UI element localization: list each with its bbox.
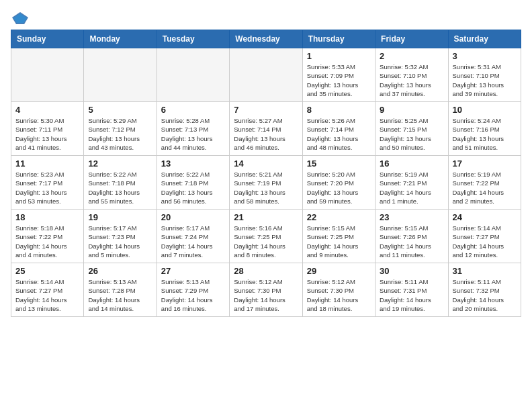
day-number: 8 — [307, 105, 371, 115]
day-number: 30 — [380, 266, 443, 276]
calendar-week-4: 18Sunrise: 5:18 AM Sunset: 7:22 PM Dayli… — [11, 210, 521, 263]
day-info: Sunrise: 5:26 AM Sunset: 7:14 PM Dayligh… — [307, 116, 371, 152]
day-number: 29 — [307, 266, 371, 276]
day-info: Sunrise: 5:29 AM Sunset: 7:12 PM Dayligh… — [88, 116, 152, 152]
day-info: Sunrise: 5:30 AM Sunset: 7:11 PM Dayligh… — [15, 116, 79, 152]
calendar-day-cell: 23Sunrise: 5:15 AM Sunset: 7:26 PM Dayli… — [375, 210, 448, 263]
calendar-header-friday: Friday — [375, 30, 448, 48]
calendar-day-cell: 9Sunrise: 5:25 AM Sunset: 7:15 PM Daylig… — [375, 102, 448, 156]
day-number: 20 — [161, 212, 225, 222]
calendar-header-sunday: Sunday — [11, 30, 84, 48]
calendar-day-cell: 25Sunrise: 5:14 AM Sunset: 7:27 PM Dayli… — [11, 263, 84, 317]
day-number: 26 — [88, 266, 152, 276]
logo-icon — [11, 11, 30, 26]
calendar-day-cell: 17Sunrise: 5:19 AM Sunset: 7:22 PM Dayli… — [448, 156, 521, 210]
calendar-week-3: 11Sunrise: 5:23 AM Sunset: 7:17 PM Dayli… — [11, 156, 521, 210]
day-number: 31 — [453, 266, 517, 276]
calendar-day-cell: 20Sunrise: 5:17 AM Sunset: 7:24 PM Dayli… — [157, 210, 229, 263]
logo — [11, 11, 32, 26]
day-number: 11 — [15, 158, 79, 169]
day-number: 7 — [234, 105, 298, 115]
day-info: Sunrise: 5:18 AM Sunset: 7:22 PM Dayligh… — [15, 224, 79, 259]
calendar-day-cell — [157, 48, 229, 102]
calendar-header-saturday: Saturday — [448, 30, 521, 48]
calendar-header-wednesday: Wednesday — [230, 30, 302, 48]
day-info: Sunrise: 5:22 AM Sunset: 7:18 PM Dayligh… — [161, 170, 225, 205]
calendar-day-cell: 24Sunrise: 5:14 AM Sunset: 7:27 PM Dayli… — [448, 210, 521, 263]
day-info: Sunrise: 5:31 AM Sunset: 7:10 PM Dayligh… — [453, 62, 517, 98]
day-info: Sunrise: 5:25 AM Sunset: 7:15 PM Dayligh… — [380, 116, 443, 152]
calendar-day-cell: 18Sunrise: 5:18 AM Sunset: 7:22 PM Dayli… — [11, 210, 84, 263]
day-number: 10 — [453, 105, 517, 115]
day-number: 19 — [88, 212, 152, 222]
day-info: Sunrise: 5:15 AM Sunset: 7:25 PM Dayligh… — [307, 224, 371, 259]
day-number: 6 — [161, 105, 225, 115]
day-number: 14 — [234, 158, 298, 169]
day-info: Sunrise: 5:13 AM Sunset: 7:28 PM Dayligh… — [88, 277, 152, 313]
day-info: Sunrise: 5:17 AM Sunset: 7:24 PM Dayligh… — [161, 224, 225, 259]
day-number: 25 — [15, 266, 79, 276]
calendar-day-cell: 13Sunrise: 5:22 AM Sunset: 7:18 PM Dayli… — [157, 156, 229, 210]
day-info: Sunrise: 5:32 AM Sunset: 7:10 PM Dayligh… — [380, 62, 443, 98]
day-number: 22 — [307, 212, 371, 222]
calendar-header-thursday: Thursday — [302, 30, 375, 48]
calendar-day-cell: 31Sunrise: 5:11 AM Sunset: 7:32 PM Dayli… — [448, 263, 521, 317]
calendar-table: SundayMondayTuesdayWednesdayThursdayFrid… — [11, 30, 521, 317]
calendar-header-row: SundayMondayTuesdayWednesdayThursdayFrid… — [11, 30, 521, 48]
day-number: 3 — [453, 51, 517, 61]
day-info: Sunrise: 5:27 AM Sunset: 7:14 PM Dayligh… — [234, 116, 298, 152]
day-info: Sunrise: 5:12 AM Sunset: 7:30 PM Dayligh… — [234, 277, 298, 313]
calendar-day-cell — [11, 48, 84, 102]
day-info: Sunrise: 5:13 AM Sunset: 7:29 PM Dayligh… — [161, 277, 225, 313]
calendar-day-cell: 15Sunrise: 5:20 AM Sunset: 7:20 PM Dayli… — [302, 156, 375, 210]
calendar-day-cell: 29Sunrise: 5:12 AM Sunset: 7:30 PM Dayli… — [302, 263, 375, 317]
calendar-day-cell: 2Sunrise: 5:32 AM Sunset: 7:10 PM Daylig… — [375, 48, 448, 102]
calendar-day-cell: 5Sunrise: 5:29 AM Sunset: 7:12 PM Daylig… — [84, 102, 157, 156]
day-number: 1 — [307, 51, 371, 61]
day-info: Sunrise: 5:24 AM Sunset: 7:16 PM Dayligh… — [453, 116, 517, 152]
day-number: 27 — [161, 266, 225, 276]
calendar-day-cell: 19Sunrise: 5:17 AM Sunset: 7:23 PM Dayli… — [84, 210, 157, 263]
day-number: 16 — [380, 158, 443, 169]
calendar-week-1: 1Sunrise: 5:33 AM Sunset: 7:09 PM Daylig… — [11, 48, 521, 102]
day-info: Sunrise: 5:19 AM Sunset: 7:22 PM Dayligh… — [453, 170, 517, 205]
calendar-day-cell: 8Sunrise: 5:26 AM Sunset: 7:14 PM Daylig… — [302, 102, 375, 156]
day-info: Sunrise: 5:22 AM Sunset: 7:18 PM Dayligh… — [88, 170, 152, 205]
day-info: Sunrise: 5:11 AM Sunset: 7:31 PM Dayligh… — [380, 277, 443, 313]
calendar-day-cell: 27Sunrise: 5:13 AM Sunset: 7:29 PM Dayli… — [157, 263, 229, 317]
day-number: 24 — [453, 212, 517, 222]
day-number: 13 — [161, 158, 225, 169]
calendar-day-cell: 1Sunrise: 5:33 AM Sunset: 7:09 PM Daylig… — [302, 48, 375, 102]
calendar-header-monday: Monday — [84, 30, 157, 48]
day-info: Sunrise: 5:28 AM Sunset: 7:13 PM Dayligh… — [161, 116, 225, 152]
day-info: Sunrise: 5:17 AM Sunset: 7:23 PM Dayligh… — [88, 224, 152, 259]
calendar-day-cell: 21Sunrise: 5:16 AM Sunset: 7:25 PM Dayli… — [230, 210, 302, 263]
calendar-day-cell: 6Sunrise: 5:28 AM Sunset: 7:13 PM Daylig… — [157, 102, 229, 156]
day-number: 21 — [234, 212, 298, 222]
day-info: Sunrise: 5:14 AM Sunset: 7:27 PM Dayligh… — [15, 277, 79, 313]
day-number: 9 — [380, 105, 443, 115]
calendar-header-tuesday: Tuesday — [157, 30, 229, 48]
day-number: 5 — [88, 105, 152, 115]
calendar-day-cell: 30Sunrise: 5:11 AM Sunset: 7:31 PM Dayli… — [375, 263, 448, 317]
day-number: 23 — [380, 212, 443, 222]
day-info: Sunrise: 5:12 AM Sunset: 7:30 PM Dayligh… — [307, 277, 371, 313]
calendar-day-cell: 7Sunrise: 5:27 AM Sunset: 7:14 PM Daylig… — [230, 102, 302, 156]
day-info: Sunrise: 5:15 AM Sunset: 7:26 PM Dayligh… — [380, 224, 443, 259]
calendar-day-cell: 10Sunrise: 5:24 AM Sunset: 7:16 PM Dayli… — [448, 102, 521, 156]
calendar-day-cell: 22Sunrise: 5:15 AM Sunset: 7:25 PM Dayli… — [302, 210, 375, 263]
calendar-day-cell: 11Sunrise: 5:23 AM Sunset: 7:17 PM Dayli… — [11, 156, 84, 210]
calendar-day-cell: 14Sunrise: 5:21 AM Sunset: 7:19 PM Dayli… — [230, 156, 302, 210]
day-number: 15 — [307, 158, 371, 169]
day-info: Sunrise: 5:14 AM Sunset: 7:27 PM Dayligh… — [453, 224, 517, 259]
day-info: Sunrise: 5:23 AM Sunset: 7:17 PM Dayligh… — [15, 170, 79, 205]
calendar-day-cell: 26Sunrise: 5:13 AM Sunset: 7:28 PM Dayli… — [84, 263, 157, 317]
calendar-week-5: 25Sunrise: 5:14 AM Sunset: 7:27 PM Dayli… — [11, 263, 521, 317]
calendar-day-cell: 12Sunrise: 5:22 AM Sunset: 7:18 PM Dayli… — [84, 156, 157, 210]
day-number: 28 — [234, 266, 298, 276]
calendar-day-cell: 28Sunrise: 5:12 AM Sunset: 7:30 PM Dayli… — [230, 263, 302, 317]
day-info: Sunrise: 5:33 AM Sunset: 7:09 PM Dayligh… — [307, 62, 371, 98]
calendar-day-cell — [230, 48, 302, 102]
day-number: 2 — [380, 51, 443, 61]
day-number: 12 — [88, 158, 152, 169]
